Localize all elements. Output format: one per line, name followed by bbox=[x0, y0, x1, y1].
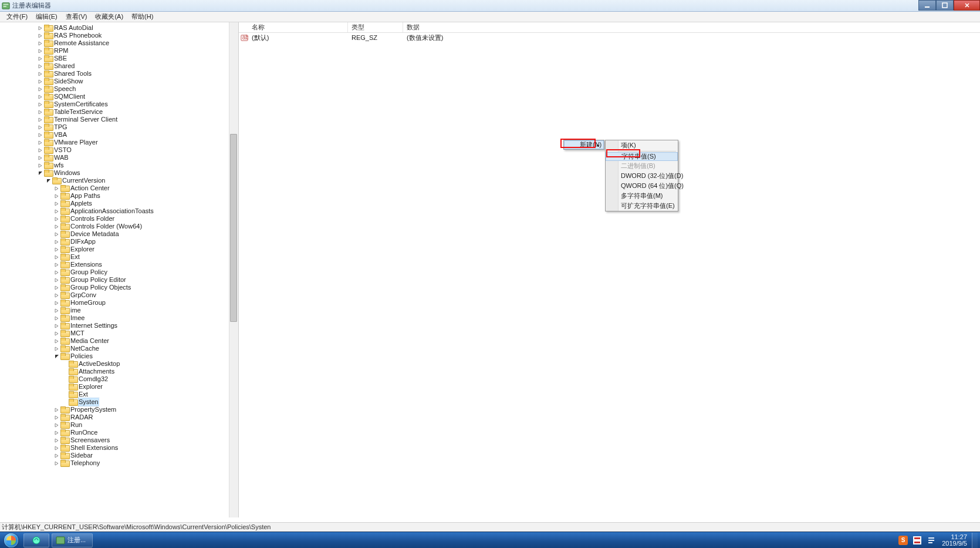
chevron-down-icon[interactable] bbox=[46, 178, 52, 184]
show-desktop-button[interactable] bbox=[972, 533, 978, 548]
tree-scrollbar[interactable] bbox=[229, 22, 238, 517]
tree-node[interactable]: Shell Extensions bbox=[0, 444, 238, 452]
tree-node[interactable]: Extensions bbox=[0, 261, 238, 268]
ctx-new-key[interactable]: 项(K) bbox=[606, 140, 678, 150]
chevron-right-icon[interactable] bbox=[54, 422, 60, 428]
tree-node[interactable]: TPG bbox=[0, 123, 238, 131]
tree-node[interactable]: GrpConv bbox=[0, 291, 238, 299]
value-row-default[interactable]: ab (默认) REG_SZ (数值未设置) bbox=[239, 33, 980, 42]
tree-node[interactable]: RAS AutoDial bbox=[0, 24, 238, 32]
chevron-right-icon[interactable] bbox=[38, 132, 43, 138]
tree-node[interactable]: RADAR bbox=[0, 413, 238, 421]
chevron-right-icon[interactable] bbox=[38, 117, 43, 123]
tree-node[interactable]: Speech bbox=[0, 85, 238, 93]
taskbar-app-regedit[interactable]: 注册... bbox=[52, 533, 93, 547]
chevron-right-icon[interactable] bbox=[54, 338, 60, 344]
chevron-right-icon[interactable] bbox=[38, 56, 43, 62]
tree-node[interactable]: SQMClient bbox=[0, 93, 238, 100]
tree-node[interactable]: Remote Assistance bbox=[0, 39, 238, 47]
menu-file[interactable]: 文件(F) bbox=[2, 12, 32, 21]
chevron-right-icon[interactable] bbox=[38, 25, 43, 31]
chevron-right-icon[interactable] bbox=[54, 293, 60, 298]
menu-favorites[interactable]: 收藏夹(A) bbox=[91, 12, 127, 21]
tree-node[interactable]: Applets bbox=[0, 200, 238, 207]
tray-clock[interactable]: 11:27 2019/9/5 bbox=[938, 534, 969, 547]
menu-view[interactable]: 查看(V) bbox=[62, 12, 92, 21]
tree-node[interactable]: Media Center bbox=[0, 337, 238, 345]
chevron-right-icon[interactable] bbox=[54, 445, 60, 451]
tree-node[interactable]: TableTextService bbox=[0, 108, 238, 116]
chevron-right-icon[interactable] bbox=[54, 407, 60, 413]
chevron-right-icon[interactable] bbox=[38, 71, 43, 77]
chevron-right-icon[interactable] bbox=[54, 438, 60, 443]
tree-node[interactable]: Group Policy Objects bbox=[0, 284, 238, 291]
chevron-right-icon[interactable] bbox=[54, 460, 60, 466]
tree-node[interactable]: Action Center bbox=[0, 184, 238, 192]
ctx-new[interactable]: 新建(N) ▸ bbox=[564, 140, 604, 149]
tree-node[interactable]: Ext bbox=[0, 391, 238, 398]
tree-node[interactable]: Explorer bbox=[0, 246, 238, 253]
tree-node[interactable]: App Paths bbox=[0, 192, 238, 200]
ctx-new-binary[interactable]: 二进制值(B) bbox=[606, 161, 678, 171]
tree-node[interactable]: Attachments bbox=[0, 368, 238, 375]
chevron-right-icon[interactable] bbox=[54, 239, 60, 245]
tree-node[interactable]: Telephony bbox=[0, 459, 238, 467]
maximize-button[interactable] bbox=[936, 0, 954, 11]
chevron-right-icon[interactable] bbox=[54, 308, 60, 314]
tree-node[interactable]: RAS Phonebook bbox=[0, 32, 238, 39]
chevron-right-icon[interactable] bbox=[38, 86, 43, 92]
chevron-right-icon[interactable] bbox=[38, 102, 43, 107]
tray-action-center-icon[interactable] bbox=[926, 535, 937, 546]
tree-node[interactable]: MCT bbox=[0, 330, 238, 337]
chevron-right-icon[interactable] bbox=[38, 41, 43, 46]
tree-node[interactable]: Ext bbox=[0, 253, 238, 261]
chevron-right-icon[interactable] bbox=[38, 48, 43, 54]
tree-node[interactable]: HomeGroup bbox=[0, 299, 238, 307]
chevron-right-icon[interactable] bbox=[54, 262, 60, 268]
ctx-new-expand[interactable]: 可扩充字符串值(E) bbox=[606, 201, 678, 211]
chevron-right-icon[interactable] bbox=[54, 430, 60, 436]
tree-node[interactable]: Imee bbox=[0, 314, 238, 322]
tree-node[interactable]: Systen bbox=[0, 398, 238, 406]
chevron-right-icon[interactable] bbox=[38, 125, 43, 130]
chevron-right-icon[interactable] bbox=[54, 231, 60, 237]
tree-node[interactable]: Comdlg32 bbox=[0, 375, 238, 383]
tree-node[interactable]: Run bbox=[0, 421, 238, 429]
chevron-right-icon[interactable] bbox=[38, 147, 43, 153]
chevron-right-icon[interactable] bbox=[54, 315, 60, 321]
chevron-right-icon[interactable] bbox=[54, 201, 60, 207]
ctx-new-string[interactable]: 字符串值(S) bbox=[606, 152, 678, 161]
tree-node[interactable]: Device Metadata bbox=[0, 230, 238, 238]
chevron-right-icon[interactable] bbox=[54, 277, 60, 283]
tree-node[interactable]: Controls Folder (Wow64) bbox=[0, 223, 238, 230]
tray-ime-icon[interactable]: S bbox=[898, 535, 908, 546]
header-data[interactable]: 数据 bbox=[403, 22, 980, 32]
tree-node[interactable]: RPM bbox=[0, 47, 238, 55]
tree-node[interactable]: Group Policy Editor bbox=[0, 276, 238, 284]
chevron-right-icon[interactable] bbox=[54, 209, 60, 214]
tree-node[interactable]: Windows bbox=[0, 169, 238, 177]
chevron-right-icon[interactable] bbox=[54, 254, 60, 260]
tree-node[interactable]: ime bbox=[0, 307, 238, 314]
chevron-right-icon[interactable] bbox=[54, 270, 60, 275]
tree-node[interactable]: Shared bbox=[0, 62, 238, 70]
tree-node[interactable]: SystemCertificates bbox=[0, 100, 238, 108]
ctx-new-dword[interactable]: DWORD (32-位)值(D) bbox=[606, 171, 678, 181]
tree-node[interactable]: CurrentVersion bbox=[0, 177, 238, 184]
chevron-right-icon[interactable] bbox=[38, 109, 43, 115]
menu-help[interactable]: 帮助(H) bbox=[127, 12, 157, 21]
tree-node[interactable]: wfs bbox=[0, 162, 238, 169]
ctx-new-qword[interactable]: QWORD (64 位)值(Q) bbox=[606, 181, 678, 191]
chevron-right-icon[interactable] bbox=[54, 247, 60, 253]
menu-edit[interactable]: 编辑(E) bbox=[32, 12, 62, 21]
chevron-right-icon[interactable] bbox=[54, 216, 60, 222]
chevron-right-icon[interactable] bbox=[54, 224, 60, 230]
tree-node[interactable]: Screensavers bbox=[0, 436, 238, 444]
tree-node[interactable]: VMware Player bbox=[0, 139, 238, 146]
tree-node[interactable]: Controls Folder bbox=[0, 215, 238, 223]
tree-node[interactable]: PropertySystem bbox=[0, 406, 238, 413]
tree-node[interactable]: Internet Settings bbox=[0, 322, 238, 330]
header-name[interactable]: 名称 bbox=[248, 22, 348, 32]
tree-node[interactable]: VSTO bbox=[0, 146, 238, 154]
tree-node[interactable]: Shared Tools bbox=[0, 70, 238, 78]
